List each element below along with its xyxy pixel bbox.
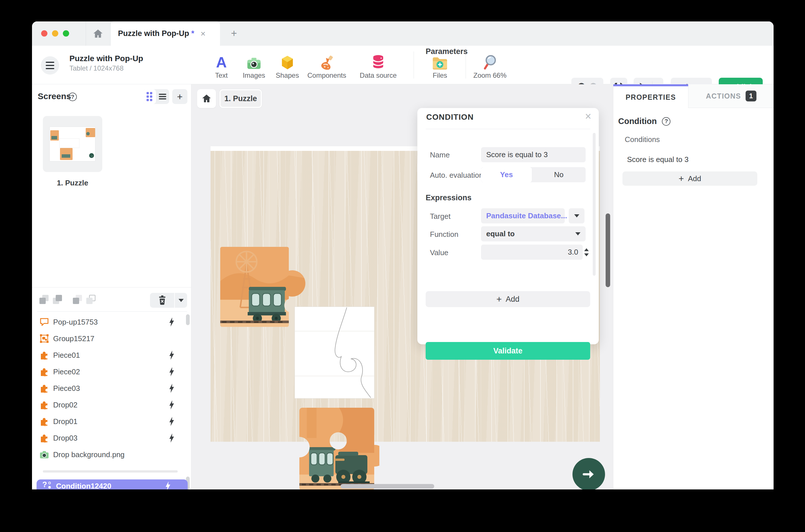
action-bolt-icon[interactable] — [169, 417, 175, 426]
bring-forward-icon[interactable] — [53, 294, 63, 306]
chevron-down-icon — [575, 232, 580, 235]
images-icon — [247, 54, 262, 70]
name-input[interactable]: Score is equal to 3 — [481, 147, 586, 162]
delete-options-button[interactable] — [175, 293, 187, 308]
browser-tab-bar: Puzzle with Pop-Up * × + — [32, 21, 773, 46]
active-tab[interactable]: Puzzle with Pop-Up * × — [111, 21, 220, 46]
conditions-label: Conditions — [625, 135, 660, 144]
layer-row[interactable]: Piece01 — [32, 347, 191, 363]
plus-icon: + — [497, 294, 502, 304]
action-bolt-icon[interactable] — [169, 433, 175, 442]
validate-button[interactable]: Validate — [426, 342, 590, 360]
action-bolt-icon[interactable] — [169, 350, 175, 360]
auto-evaluation-label: Auto. evaluation — [430, 171, 483, 180]
action-bolt-icon[interactable] — [165, 481, 171, 490]
screen-thumbnail-label[interactable]: 1. Puzzle — [44, 178, 101, 187]
grid-view-button[interactable] — [143, 89, 156, 104]
layer-row[interactable]: Piece02 — [32, 363, 191, 380]
stepper-down-icon[interactable] — [584, 253, 589, 256]
home-tab-button[interactable] — [86, 21, 110, 46]
layers-horizontal-scrollbar[interactable] — [43, 470, 178, 473]
layer-row[interactable]: Drop background.png — [32, 446, 191, 463]
list-view-button[interactable] — [156, 89, 169, 104]
add-screen-button[interactable]: + — [172, 89, 187, 104]
toggle-yes-button[interactable]: Yes — [481, 167, 532, 182]
screens-panel-title: Screens — [38, 91, 71, 101]
menu-button[interactable] — [41, 56, 59, 75]
list-view-icon — [159, 93, 166, 100]
action-bolt-icon[interactable] — [169, 367, 175, 376]
traffic-light-close-icon[interactable] — [41, 30, 47, 37]
layers-list: Pop-up15753Group15217Piece01Piece02Piece… — [32, 314, 191, 463]
popup-icon — [39, 317, 49, 327]
traffic-light-zoom-icon[interactable] — [63, 30, 69, 37]
delete-layer-button[interactable] — [150, 293, 174, 308]
traffic-light-minimize-icon[interactable] — [52, 30, 58, 37]
puzzle-icon — [39, 350, 49, 360]
screen-thumbnail[interactable]: → — [43, 116, 102, 172]
tab-title: Puzzle with Pop-Up * — [118, 29, 194, 38]
tab-actions[interactable]: ACTIONS 1 — [688, 84, 773, 108]
condition-help-icon[interactable]: ? — [662, 117, 670, 126]
function-select[interactable]: equal to — [481, 226, 586, 242]
layer-row[interactable]: Pop-up15753 — [32, 314, 191, 330]
actions-count-badge: 1 — [746, 91, 756, 101]
layer-row[interactable]: Drop03 — [32, 430, 191, 446]
new-tab-button[interactable]: + — [228, 27, 240, 40]
arrow-right-icon — [581, 467, 596, 482]
add-expression-button[interactable]: + Add — [426, 291, 590, 307]
home-icon — [202, 94, 211, 103]
files-icon — [432, 54, 448, 70]
condition-item[interactable]: Score is equal to 3 — [627, 155, 688, 164]
layer-name: Condition12420 — [56, 482, 111, 490]
breadcrumb-home-button[interactable] — [197, 89, 216, 108]
action-bolt-icon[interactable] — [169, 318, 175, 327]
layer-name: Group15217 — [53, 334, 95, 343]
tool-zoom[interactable]: Zoom 66% — [470, 51, 510, 79]
tool-components[interactable]: Components — [307, 51, 347, 79]
target-dropdown-button[interactable] — [569, 208, 584, 224]
text-icon: A — [216, 54, 227, 70]
plus-icon: + — [679, 174, 684, 183]
layer-name: Piece02 — [53, 367, 80, 376]
next-screen-button[interactable] — [573, 458, 605, 490]
canvas-vertical-scrollbar[interactable] — [606, 213, 610, 287]
modal-close-icon[interactable]: × — [585, 111, 591, 122]
action-bolt-icon[interactable] — [169, 384, 175, 393]
puzzle-icon — [39, 400, 49, 410]
layer-delete-group — [150, 293, 187, 308]
send-backward-icon[interactable] — [39, 294, 50, 306]
bring-to-front-icon[interactable] — [86, 294, 97, 306]
target-field[interactable]: Pandasuite Database... × — [481, 208, 565, 224]
layer-row[interactable]: Drop01 — [32, 413, 191, 430]
add-condition-button[interactable]: + Add — [622, 171, 757, 186]
tool-data-source[interactable]: Data source — [358, 51, 398, 79]
image-icon — [39, 450, 49, 459]
tab-close-icon[interactable]: × — [200, 30, 206, 38]
project-info: Puzzle with Pop-Up Tablet / 1024x768 — [70, 53, 143, 73]
puzzle-drop-zone[interactable] — [295, 307, 374, 398]
tool-shapes[interactable]: Shapes — [267, 51, 307, 79]
layer-name: Pop-up15753 — [53, 318, 98, 327]
tab-properties[interactable]: PROPERTIES — [613, 84, 688, 108]
project-title: Puzzle with Pop-Up — [70, 53, 143, 64]
layer-row[interactable]: Piece03 — [32, 380, 191, 397]
screens-help-icon[interactable]: ? — [68, 93, 77, 101]
layer-row[interactable]: Group15217 — [32, 330, 191, 347]
layers-scrollbar-thumb[interactable] — [186, 314, 190, 325]
value-label: Value — [430, 248, 448, 257]
puzzle-piece-02[interactable] — [295, 406, 379, 490]
breadcrumb-screen[interactable]: 1. Puzzle — [219, 89, 262, 108]
canvas-horizontal-scrollbar[interactable] — [341, 484, 434, 489]
toggle-no-button[interactable]: No — [532, 170, 586, 179]
zoom-icon — [483, 54, 497, 70]
modal-scrollbar[interactable] — [593, 133, 596, 276]
function-label: Function — [430, 230, 459, 239]
value-input[interactable]: 3.0 — [481, 245, 583, 260]
layer-row-selected[interactable]: ? Condition12420 — [37, 479, 188, 490]
send-to-back-icon[interactable] — [73, 294, 83, 306]
project-device: Tablet / 1024x768 — [70, 64, 143, 73]
layer-row[interactable]: Drop02 — [32, 397, 191, 413]
action-bolt-icon[interactable] — [169, 400, 175, 410]
stepper-up-icon[interactable] — [584, 248, 589, 251]
